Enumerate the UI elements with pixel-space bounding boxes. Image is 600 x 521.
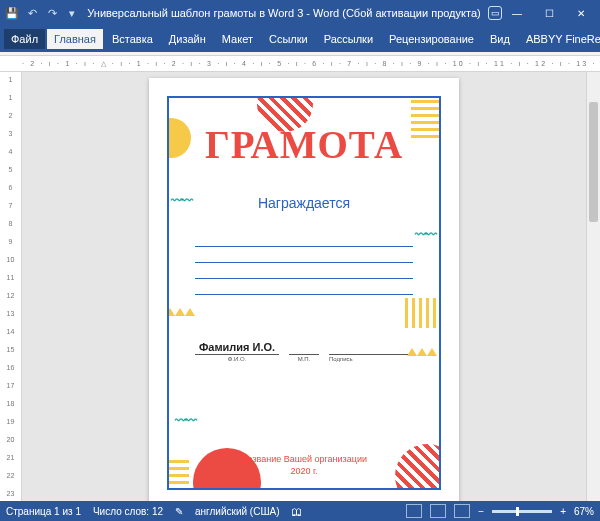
tab-design[interactable]: Дизайн — [162, 29, 213, 49]
status-page[interactable]: Страница 1 из 1 — [6, 506, 81, 517]
certificate-title[interactable]: ГРАМОТА — [181, 122, 427, 167]
page[interactable]: 〰〰 〰〰 〰〰 ГРАМОТА Награждается — [149, 78, 459, 501]
workspace: 1 1 2 3 4 5 6 7 8 9 10 11 12 13 14 15 16… — [0, 72, 600, 501]
redo-icon[interactable]: ↷ — [44, 5, 60, 21]
blank-line[interactable] — [195, 231, 413, 247]
title-bar: 💾 ↶ ↷ ▾ Универсальный шаблон грамоты в W… — [0, 0, 600, 26]
signature-sign-label: Подпись — [329, 356, 413, 362]
certificate-frame: 〰〰 〰〰 〰〰 ГРАМОТА Награждается — [167, 96, 441, 490]
window-title: Универсальный шаблон грамоты в Word 3 - … — [80, 7, 488, 19]
status-words[interactable]: Число слов: 12 — [93, 506, 163, 517]
view-web-icon[interactable] — [454, 504, 470, 518]
save-icon[interactable]: 💾 — [4, 5, 20, 21]
deco-stripes-icon — [411, 96, 441, 138]
signature-line[interactable] — [329, 343, 413, 355]
ribbon-options-icon[interactable]: ▭ — [488, 6, 502, 20]
document-canvas[interactable]: 〰〰 〰〰 〰〰 ГРАМОТА Награждается — [22, 72, 586, 501]
quick-access-toolbar: 💾 ↶ ↷ ▾ — [4, 5, 80, 21]
maximize-button[interactable]: ☐ — [534, 2, 564, 24]
signature-mp-label: М.П. — [289, 356, 319, 362]
undo-icon[interactable]: ↶ — [24, 5, 40, 21]
ruler-vertical[interactable]: 1 1 2 3 4 5 6 7 8 9 10 11 12 13 14 15 16… — [0, 72, 22, 501]
deco-triangles-icon — [407, 348, 437, 356]
status-bar: Страница 1 из 1 Число слов: 12 ✎ английс… — [0, 501, 600, 521]
ruler-horizontal[interactable]: · 2 · ı · 1 · ı · △ · ı · 1 · ı · 2 · ı … — [0, 56, 600, 72]
status-language[interactable]: английский (США) — [195, 506, 280, 517]
organization-block[interactable]: Название Вашей организации 2020 г. — [169, 453, 439, 478]
scroll-thumb[interactable] — [589, 102, 598, 222]
deco-zigzag-icon: 〰〰 — [175, 414, 195, 428]
deco-triangles-icon — [167, 308, 195, 316]
blank-line[interactable] — [195, 263, 413, 279]
signature-fio-label: Ф.И.О. — [195, 356, 279, 362]
accessibility-icon[interactable]: 🕮 — [292, 506, 302, 517]
blank-line[interactable] — [195, 279, 413, 295]
minimize-button[interactable]: — — [502, 2, 532, 24]
scrollbar-vertical[interactable] — [586, 72, 600, 501]
blank-line[interactable] — [195, 247, 413, 263]
close-button[interactable]: ✕ — [566, 2, 596, 24]
org-name[interactable]: Название Вашей организации — [169, 453, 439, 466]
tab-review[interactable]: Рецензирование — [382, 29, 481, 49]
tab-insert[interactable]: Вставка — [105, 29, 160, 49]
stamp-line[interactable] — [289, 343, 319, 355]
deco-stripes-icon — [405, 298, 441, 328]
certificate-subtitle[interactable]: Награждается — [181, 195, 427, 211]
tab-mailings[interactable]: Рассылки — [317, 29, 380, 49]
zoom-level[interactable]: 67% — [574, 506, 594, 517]
qat-dropdown-icon[interactable]: ▾ — [64, 5, 80, 21]
signature-block[interactable]: Фамилия И.О. Ф.И.О. М.П. Подпись — [181, 341, 427, 362]
tab-view[interactable]: Вид — [483, 29, 517, 49]
view-read-icon[interactable] — [406, 504, 422, 518]
window-controls: — ☐ ✕ — [502, 2, 596, 24]
zoom-in-button[interactable]: + — [560, 506, 566, 517]
signature-name[interactable]: Фамилия И.О. — [195, 341, 279, 355]
tab-layout[interactable]: Макет — [215, 29, 260, 49]
proofing-icon[interactable]: ✎ — [175, 506, 183, 517]
award-lines[interactable] — [181, 231, 427, 295]
view-print-icon[interactable] — [430, 504, 446, 518]
ribbon-tabs: Файл Главная Вставка Дизайн Макет Ссылки… — [0, 26, 600, 52]
tab-finereader[interactable]: ABBYY FineReader 12 — [519, 29, 600, 49]
deco-zigzag-icon: 〰〰 — [171, 194, 191, 208]
zoom-out-button[interactable]: − — [478, 506, 484, 517]
org-year[interactable]: 2020 г. — [169, 465, 439, 478]
zoom-slider[interactable] — [492, 510, 552, 513]
tab-file[interactable]: Файл — [4, 29, 45, 49]
deco-zigzag-icon: 〰〰 — [415, 228, 435, 242]
tab-home[interactable]: Главная — [47, 29, 103, 49]
tab-references[interactable]: Ссылки — [262, 29, 315, 49]
